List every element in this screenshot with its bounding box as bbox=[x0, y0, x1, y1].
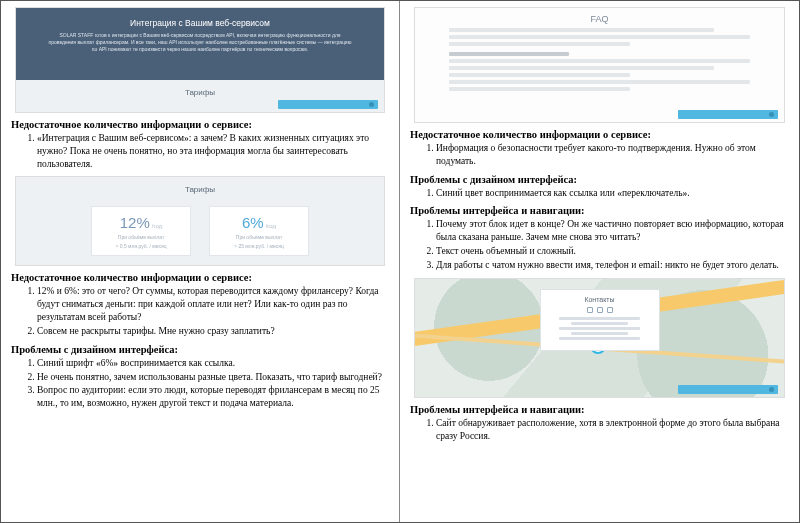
page: Интеграция с Вашим веб-сервисом SOLAR ST… bbox=[1, 1, 799, 522]
section-title-nav-r2: Проблемы интерфейса и навигации: bbox=[410, 404, 789, 415]
price-boxes: 12%/год При объёме выплат > 0,5 млн.руб.… bbox=[16, 202, 384, 256]
chat-widget bbox=[678, 385, 778, 394]
price-sub: > 25 млн.руб. / месяц bbox=[234, 243, 284, 249]
price-sub: > 0,5 млн.руб. / месяц bbox=[115, 243, 166, 249]
section-title-info-r1: Недостаточное количество информации о се… bbox=[410, 129, 789, 140]
faq-body bbox=[415, 28, 784, 91]
list-item: Совсем не раскрыты тарифы. Мне нужно сра… bbox=[37, 325, 389, 338]
list-info-2: 12% и 6%: это от чего? От суммы, которая… bbox=[29, 285, 389, 337]
price-sub: При объёме выплат bbox=[118, 234, 164, 240]
list-item: Информация о безопасности требует какого… bbox=[436, 142, 789, 168]
list-design-1: Синий шрифт «6%» воспринимается как ссыл… bbox=[29, 357, 389, 410]
list-item: Синий шрифт «6%» воспринимается как ссыл… bbox=[37, 357, 389, 370]
list-nav-r2: Сайт обнаруживает расположение, хотя в э… bbox=[428, 417, 789, 443]
list-item: Вопрос по аудитории: если это люди, кото… bbox=[37, 384, 389, 410]
screenshot-integration: Интеграция с Вашим веб-сервисом SOLAR ST… bbox=[15, 7, 385, 113]
contacts-title: Контакты bbox=[549, 296, 651, 303]
section-title-design-1: Проблемы с дизайном интерфейса: bbox=[11, 344, 389, 355]
price-value: 6% bbox=[242, 214, 264, 231]
price-unit: /год bbox=[152, 223, 162, 229]
hero-title: Интеграция с Вашим веб-сервисом bbox=[46, 18, 354, 28]
chat-widget bbox=[678, 110, 778, 119]
section-title-nav-r1: Проблемы интерфейса и навигации: bbox=[410, 205, 789, 216]
faq-heading: FAQ bbox=[415, 8, 784, 28]
list-item: Для работы с чатом нужно ввести имя, тел… bbox=[436, 259, 789, 272]
list-info-r1: Информация о безопасности требует какого… bbox=[428, 142, 789, 168]
section-title-design-r: Проблемы с дизайном интерфейса: bbox=[410, 174, 789, 185]
list-item: Не очень понятно, зачем использованы раз… bbox=[37, 371, 389, 384]
list-item: Почему этот блок идет в конце? Он же час… bbox=[436, 218, 789, 244]
price-box-12: 12%/год При объёме выплат > 0,5 млн.руб.… bbox=[91, 206, 191, 256]
screenshot-map: Контакты bbox=[414, 278, 785, 398]
right-column: FAQ Недостаточное количество информации … bbox=[400, 1, 799, 522]
social-icons bbox=[549, 307, 651, 313]
contacts-card: Контакты bbox=[540, 289, 660, 351]
section-title-info-2: Недостаточное количество информации о се… bbox=[11, 272, 389, 283]
hero-banner: Интеграция с Вашим веб-сервисом SOLAR ST… bbox=[16, 8, 384, 80]
section-title-info-1: Недостаточное количество информации о се… bbox=[11, 119, 389, 130]
tariff-heading-2: Тарифы bbox=[16, 177, 384, 202]
hero-subtitle: SOLAR STAFF готов к интеграции с Вашим в… bbox=[46, 32, 354, 53]
list-design-r: Синий цвет воспринимается как ссылка или… bbox=[428, 187, 789, 200]
screenshot-tariffs: Тарифы 12%/год При объёме выплат > 0,5 м… bbox=[15, 176, 385, 266]
list-item: Текст очень объемный и сложный. bbox=[436, 245, 789, 258]
list-nav-r1: Почему этот блок идет в конце? Он же час… bbox=[428, 218, 789, 271]
list-item: 12% и 6%: это от чего? От суммы, которая… bbox=[37, 285, 389, 323]
list-item: Синий цвет воспринимается как ссылка или… bbox=[436, 187, 789, 200]
screenshot-faq: FAQ bbox=[414, 7, 785, 123]
price-value: 12% bbox=[120, 214, 150, 231]
price-box-6: 6%/год При объёме выплат > 25 млн.руб. /… bbox=[209, 206, 309, 256]
chat-widget bbox=[278, 100, 378, 109]
list-item: Сайт обнаруживает расположение, хотя в э… bbox=[436, 417, 789, 443]
price-sub: При объёме выплат bbox=[236, 234, 282, 240]
list-info-1: «Интеграция с Вашим веб-сервисом»: а зач… bbox=[29, 132, 389, 170]
price-unit: /год bbox=[266, 223, 276, 229]
list-item: «Интеграция с Вашим веб-сервисом»: а зач… bbox=[37, 132, 389, 170]
left-column: Интеграция с Вашим веб-сервисом SOLAR ST… bbox=[1, 1, 400, 522]
